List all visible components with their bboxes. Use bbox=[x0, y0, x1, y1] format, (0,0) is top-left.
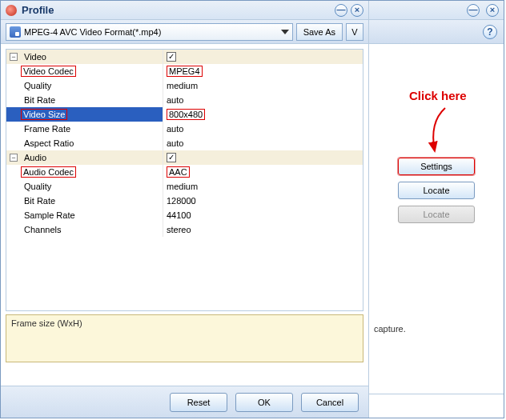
click-here-annotation: Click here bbox=[409, 89, 467, 102]
v-button[interactable]: V bbox=[346, 23, 363, 41]
settings-grid: −Video Video Codec MPEG4 Quality medium … bbox=[6, 49, 363, 311]
capture-text: capture. bbox=[374, 324, 406, 334]
save-as-button[interactable]: Save As bbox=[296, 23, 343, 41]
locate-button[interactable]: Locate bbox=[398, 182, 475, 199]
profile-toolbar: MPEG-4 AVC Video Format(*.mp4) Save As V bbox=[1, 20, 368, 44]
dialog-button-bar: Reset OK Cancel bbox=[1, 386, 368, 418]
format-dropdown[interactable]: MPEG-4 AVC Video Format(*.mp4) bbox=[6, 23, 293, 41]
video-size-row[interactable]: Video Size 800x480 bbox=[6, 107, 363, 122]
locate-button-disabled: Locate bbox=[398, 206, 475, 223]
close-button[interactable]: × bbox=[486, 4, 499, 17]
video-enabled-checkbox[interactable] bbox=[167, 52, 176, 62]
audio-bitrate-row[interactable]: Bit Rate 128000 bbox=[6, 194, 363, 208]
arrow-icon bbox=[417, 106, 457, 158]
video-quality-row[interactable]: Quality medium bbox=[6, 78, 363, 93]
audio-samplerate-row[interactable]: Sample Rate 44100 bbox=[6, 208, 363, 222]
video-codec-row[interactable]: Video Codec MPEG4 bbox=[6, 64, 363, 78]
audio-quality-row[interactable]: Quality medium bbox=[6, 179, 363, 194]
right-titlebar: — × bbox=[369, 1, 504, 20]
video-group-row[interactable]: −Video bbox=[6, 50, 363, 64]
ok-button[interactable]: OK bbox=[235, 393, 293, 412]
chevron-down-icon bbox=[281, 30, 289, 34]
minimize-button[interactable]: — bbox=[467, 4, 480, 17]
video-bitrate-row[interactable]: Bit Rate auto bbox=[6, 93, 363, 107]
collapse-icon[interactable]: − bbox=[10, 154, 18, 162]
audio-codec-row[interactable]: Audio Codec AAC bbox=[6, 165, 363, 179]
hint-panel: Frame size (WxH) bbox=[6, 314, 363, 362]
right-footer bbox=[369, 394, 504, 418]
audio-enabled-checkbox[interactable] bbox=[167, 153, 176, 162]
video-aspect-row[interactable]: Aspect Ratio auto bbox=[6, 136, 363, 150]
profile-titlebar: Profile — × bbox=[1, 1, 368, 20]
audio-group-row[interactable]: −Audio bbox=[6, 150, 363, 165]
audio-channels-row[interactable]: Channels stereo bbox=[6, 222, 363, 237]
video-format-icon bbox=[10, 26, 21, 38]
window-title: Profile bbox=[22, 4, 331, 16]
reset-button[interactable]: Reset bbox=[170, 393, 227, 412]
collapse-icon[interactable]: − bbox=[10, 53, 18, 61]
settings-button[interactable]: Settings bbox=[398, 158, 475, 175]
video-framerate-row[interactable]: Frame Rate auto bbox=[6, 122, 363, 136]
close-button[interactable]: × bbox=[351, 4, 363, 17]
minimize-button[interactable]: — bbox=[335, 4, 347, 17]
cancel-button[interactable]: Cancel bbox=[301, 393, 359, 412]
help-button[interactable]: ? bbox=[483, 25, 497, 39]
gear-icon bbox=[6, 5, 17, 16]
format-dropdown-text: MPEG-4 AVC Video Format(*.mp4) bbox=[24, 27, 281, 37]
